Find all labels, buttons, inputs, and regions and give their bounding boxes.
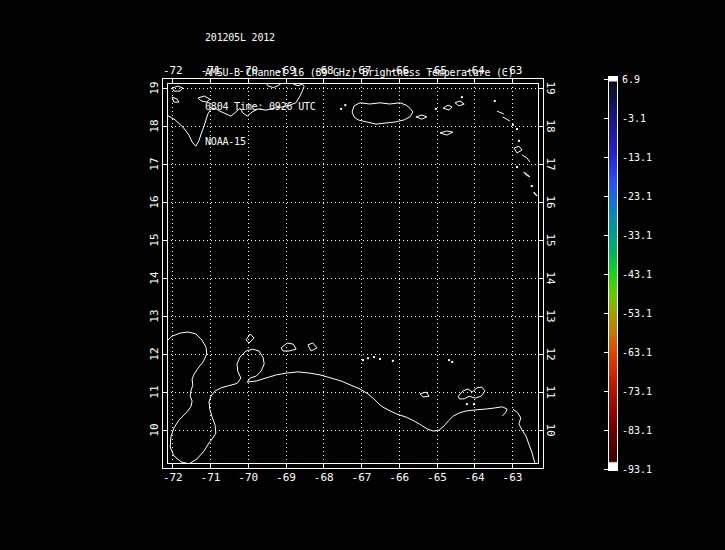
lat-label-right: 19 (544, 81, 557, 94)
lon-label-top: -65 (427, 64, 447, 77)
colorbar-tick-label: -43.1 (622, 269, 652, 280)
coastlines (167, 82, 537, 464)
island-dot (367, 357, 369, 359)
lat-label-left: 10 (148, 423, 161, 436)
island-dot (466, 403, 468, 405)
lon-label-bottom: -65 (427, 471, 447, 484)
lon-label-top: -67 (352, 64, 372, 77)
lon-label-top: -64 (465, 64, 485, 77)
lon-label-bottom: -72 (163, 471, 183, 484)
colorbar-gradient (608, 76, 617, 470)
brightness-temperature-map: -72-72-71-71-70-70-69-69-68-68-67-67-66-… (0, 0, 725, 550)
lon-label-bottom: -70 (238, 471, 258, 484)
colorbar-tick-label: -83.1 (622, 425, 652, 436)
lat-label-right: 13 (544, 309, 557, 322)
island-dot (344, 104, 346, 106)
island-dot (512, 124, 514, 126)
coastline-trinidad-paria (513, 409, 535, 464)
lat-label-left: 15 (148, 233, 161, 246)
coastline-gonave (198, 96, 210, 102)
coastline-haiti-nw-islet (172, 86, 183, 91)
coastline-cayemites (172, 97, 179, 102)
coastline-margarita (458, 387, 485, 399)
colorbar-tick-label: -3.1 (622, 113, 646, 124)
lon-label-top: -70 (238, 64, 258, 77)
lat-label-left: 19 (148, 81, 161, 94)
lon-label-bottom: -71 (201, 471, 221, 484)
lon-label-bottom: -69 (276, 471, 296, 484)
coastline-anguilla (497, 111, 504, 114)
coastline-st-martin (503, 117, 510, 121)
coastline-antilles-chain-1 (524, 172, 530, 177)
island-dot (448, 359, 450, 361)
lon-label-top: -72 (163, 64, 183, 77)
coastline-la-tortuga (420, 392, 429, 397)
colorbar-tick-label: -13.1 (622, 152, 652, 163)
island-dot (362, 359, 364, 361)
lat-label-right: 12 (544, 347, 557, 360)
island-dot (379, 358, 381, 360)
island-dot (435, 108, 437, 110)
lat-label-left: 11 (148, 385, 161, 398)
colorbar-tick-label: -63.1 (622, 347, 652, 358)
colorbar-tick-label: 6.9 (622, 74, 640, 85)
lat-label-right: 18 (544, 119, 557, 132)
island-dot (516, 128, 518, 130)
colorbar: 6.9-3.1-13.1-23.1-33.1-43.1-53.1-63.1-73… (604, 74, 652, 475)
lon-label-bottom: -64 (465, 471, 485, 484)
lat-label-right: 17 (544, 157, 557, 170)
lat-label-left: 17 (148, 157, 161, 170)
coastline-virgin-islands-2 (455, 101, 464, 106)
island-dot (340, 108, 342, 110)
lon-label-bottom: -68 (314, 471, 334, 484)
coastline-south-america-maracaibo-venezuela (167, 332, 507, 464)
coastline-puerto-rico (352, 103, 413, 124)
lat-label-right: 14 (544, 271, 557, 285)
colorbar-tick-label: -93.1 (622, 464, 652, 475)
island-dot (373, 356, 375, 358)
island-dot (494, 100, 496, 102)
lat-label-left: 16 (148, 195, 161, 208)
lon-label-top: -66 (389, 64, 409, 77)
colorbar-tick-label: -73.1 (622, 386, 652, 397)
lat-label-left: 12 (148, 347, 161, 360)
island-dot (392, 360, 394, 362)
axis-labels: -72-72-71-71-70-70-69-69-68-68-67-67-66-… (148, 64, 557, 484)
island-dot (451, 361, 453, 363)
satellite-plot-screen: 201205L 2012 AMSU-B Channel 16 (89 GHz) … (0, 0, 725, 550)
coastline-vieques (416, 115, 427, 119)
lat-label-left: 14 (148, 271, 161, 285)
coastline-antilles-chain-2 (534, 192, 537, 196)
lat-label-right: 11 (544, 385, 557, 398)
island-dot (461, 96, 463, 98)
coastline-st-croix (440, 131, 453, 135)
lon-label-top: -68 (314, 64, 334, 77)
lat-label-right: 15 (544, 233, 557, 246)
coastline-hispaniola-south-east (167, 82, 304, 146)
lon-label-bottom: -67 (352, 471, 372, 484)
coastline-bonaire (308, 343, 317, 351)
coastline-antigua (514, 146, 522, 153)
colorbar-tick-label: -23.1 (622, 191, 652, 202)
island-dot (516, 166, 518, 168)
island-dot (531, 185, 533, 187)
island-dots (340, 96, 533, 405)
coastline-virgin-islands-1 (443, 105, 452, 110)
lat-label-right: 10 (544, 423, 557, 436)
lat-label-left: 13 (148, 309, 161, 322)
coastline-curacao (281, 343, 296, 351)
lat-label-right: 16 (544, 195, 557, 208)
coastline-aruba (246, 334, 254, 343)
colorbar-tick-label: -53.1 (622, 308, 652, 319)
lon-label-top: -63 (503, 64, 523, 77)
graticule (167, 83, 538, 463)
colorbar-tick-label: -33.1 (622, 230, 652, 241)
lon-label-top: -71 (201, 64, 221, 77)
lon-label-bottom: -66 (389, 471, 409, 484)
frame-inner (167, 83, 538, 463)
lat-label-left: 18 (148, 119, 161, 132)
coastline-guadeloupe-bit (522, 155, 530, 162)
island-dot (473, 403, 475, 405)
lon-label-bottom: -63 (503, 471, 523, 484)
island-dot (518, 140, 520, 142)
